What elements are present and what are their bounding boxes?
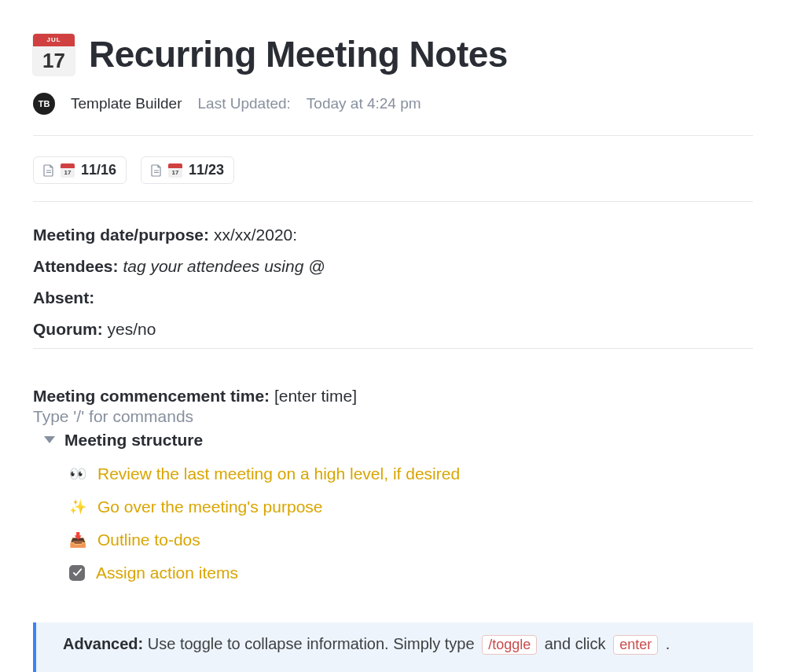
callout-segment: and click xyxy=(545,635,606,652)
field-quorum[interactable]: Quorum: yes/no xyxy=(33,314,753,345)
field-value: yes/no xyxy=(108,320,156,338)
page-title: Recurring Meeting Notes xyxy=(89,33,508,75)
callout-strong: Advanced: xyxy=(63,635,143,652)
field-commencement[interactable]: Meeting commencement time: [enter time] xyxy=(33,387,753,406)
field-label: Quorum: xyxy=(33,320,103,338)
structure-item-todos: 📥 Outline to-dos xyxy=(69,523,753,556)
divider xyxy=(33,201,753,202)
linked-pages-row: 17 11/16 17 11/23 xyxy=(33,156,753,184)
callout-text: Advanced: Use toggle to collapse informa… xyxy=(63,635,670,655)
structure-link[interactable]: Assign action items xyxy=(96,556,238,589)
toggle-command-pill: /toggle xyxy=(482,635,537,655)
last-updated-value: Today at 4:24 pm xyxy=(307,95,421,112)
calendar-icon-month: JUL xyxy=(33,34,75,46)
document-icon xyxy=(43,164,54,177)
field-label: Meeting date/purpose: xyxy=(33,226,209,244)
toggle-title[interactable]: Meeting structure xyxy=(64,431,203,450)
chevron-down-icon[interactable] xyxy=(44,436,55,443)
checkbox-icon xyxy=(69,565,85,581)
sparkles-icon: ✨ xyxy=(69,493,86,521)
divider xyxy=(33,135,753,136)
avatar[interactable]: TB xyxy=(33,93,55,115)
enter-key-pill: enter xyxy=(613,635,658,655)
eyes-icon: 👀 xyxy=(69,460,86,488)
slash-command-hint[interactable]: Type '/' for commands xyxy=(33,407,753,426)
advanced-callout: Advanced: Use toggle to collapse informa… xyxy=(33,622,753,672)
calendar-mini-icon: 17 xyxy=(168,163,182,178)
linked-page-label: 11/23 xyxy=(189,162,224,178)
field-value: [enter time] xyxy=(274,387,357,405)
calendar-mini-icon: 17 xyxy=(61,163,75,178)
structure-item-assign: Assign action items xyxy=(69,556,753,589)
callout-segment: Use toggle to collapse information. Simp… xyxy=(148,635,475,652)
linked-page-1123[interactable]: 17 11/23 xyxy=(141,156,234,184)
linked-page-label: 11/16 xyxy=(81,162,116,178)
calendar-icon: JUL 17 xyxy=(33,34,75,75)
field-absent[interactable]: Absent: xyxy=(33,282,753,314)
field-value: xx/xx/2020: xyxy=(214,226,297,244)
structure-items: 👀 Review the last meeting on a high leve… xyxy=(69,457,753,589)
field-label: Meeting commencement time: xyxy=(33,387,270,405)
author-name[interactable]: Template Builder xyxy=(71,95,182,112)
structure-link[interactable]: Outline to-dos xyxy=(97,523,200,556)
structure-item-purpose: ✨ Go over the meeting's purpose xyxy=(69,490,753,523)
document-icon xyxy=(151,164,162,177)
field-meeting-date[interactable]: Meeting date/purpose: xx/xx/2020: xyxy=(33,219,753,251)
calendar-icon-day: 17 xyxy=(33,46,75,75)
inbox-icon: 📥 xyxy=(69,526,86,554)
last-updated-label: Last Updated: xyxy=(198,95,291,112)
divider xyxy=(33,348,753,349)
field-label: Attendees: xyxy=(33,257,119,275)
callout-segment: . xyxy=(666,635,670,652)
field-label: Absent: xyxy=(33,288,94,307)
structure-link[interactable]: Go over the meeting's purpose xyxy=(97,490,323,523)
structure-link[interactable]: Review the last meeting on a high level,… xyxy=(97,457,460,490)
field-attendees[interactable]: Attendees: tag your attendees using @ xyxy=(33,251,753,282)
field-value: tag your attendees using @ xyxy=(123,257,325,275)
linked-page-1116[interactable]: 17 11/16 xyxy=(33,156,127,184)
structure-item-review: 👀 Review the last meeting on a high leve… xyxy=(69,457,753,490)
